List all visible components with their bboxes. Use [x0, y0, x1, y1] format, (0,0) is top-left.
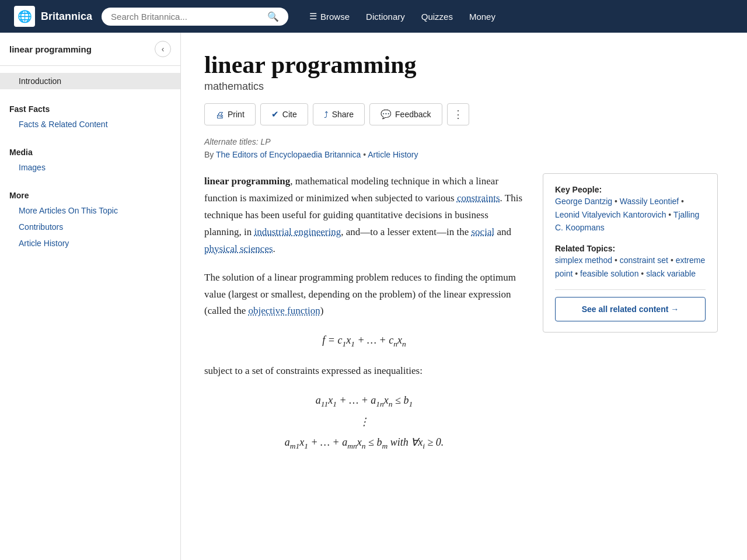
related-topics-section: Related Topics: simplex method • constra… [555, 243, 706, 280]
sidebar-item-facts-related[interactable]: Facts & Related Content [9, 116, 171, 132]
page-layout: linear programming ‹ Introduction Fast F… [0, 33, 747, 560]
search-button[interactable]: 🔍 [267, 11, 279, 22]
math-formula-1: f = c1x1 + … + cnxn [204, 331, 524, 351]
key-person-kantorovich[interactable]: Leonid Vitalyevich Kantorovich [555, 210, 666, 219]
related-topics-label: Related Topics: [555, 244, 615, 253]
topic-simplex[interactable]: simplex method [555, 256, 612, 265]
alternate-titles: Alternate titles: LP [204, 137, 718, 146]
sidebar-item-images[interactable]: Images [9, 159, 171, 176]
sidebar-fast-facts-section: Fast Facts Facts & Related Content [0, 92, 180, 135]
constraints-link[interactable]: constraints [457, 192, 500, 204]
sidebar-media-section: Media Images [0, 135, 180, 178]
feedback-button[interactable]: 💬 Feedback [369, 103, 442, 125]
sidebar-more-section: More More Articles On This Topic Contrib… [0, 178, 180, 254]
math-formula-2: a11x1 + … + a1nxn ≤ b1 ⋮ am1x1 + … + amn… [204, 391, 524, 453]
sidebar-item-contributors[interactable]: Contributors [9, 219, 171, 235]
article-metadata: Alternate titles: LP By The Editors of E… [204, 137, 718, 159]
share-button[interactable]: ⤴ Share [313, 103, 365, 125]
topic-slack[interactable]: slack variable [646, 269, 696, 278]
sidebar-item-introduction[interactable]: Introduction [0, 73, 180, 89]
print-button[interactable]: 🖨 Print [204, 103, 256, 125]
more-dots-icon: ⋮ [453, 108, 463, 121]
sidebar-media-heading: Media [9, 142, 171, 159]
sidebar-fast-facts-heading: Fast Facts [9, 99, 171, 116]
feedback-icon: 💬 [381, 109, 392, 120]
cite-button[interactable]: ✔ Cite [260, 103, 308, 125]
sidebar-title-bar: linear programming ‹ [0, 33, 180, 66]
sidebar-article-title: linear programming [9, 44, 92, 54]
topic-feasible[interactable]: feasible solution [580, 269, 638, 278]
nav-dictionary[interactable]: Dictionary [359, 7, 412, 26]
info-box-divider [555, 289, 706, 290]
nav-money[interactable]: Money [462, 7, 502, 26]
main-nav: ☰ Browse Dictionary Quizzes Money [302, 6, 502, 26]
share-icon: ⤴ [324, 110, 329, 120]
article-body: linear programming, mathematical modelin… [204, 173, 524, 464]
article-subtitle: mathematics [204, 80, 718, 93]
paragraph-1: linear programming, mathematical modelin… [204, 173, 524, 257]
info-box: Key People: George Dantzig • Wassily Leo… [543, 173, 718, 332]
topic-constraint[interactable]: constraint set [620, 256, 668, 265]
nav-quizzes[interactable]: Quizzes [414, 7, 460, 26]
search-bar[interactable]: 🔍 [102, 8, 288, 26]
logo-icon: 🌐 [14, 6, 35, 27]
action-buttons: 🖨 Print ✔ Cite ⤴ Share 💬 Feedback ⋮ [204, 103, 718, 125]
sidebar-item-more-articles[interactable]: More Articles On This Topic [9, 202, 171, 219]
objective-function-link[interactable]: objective function [249, 305, 320, 316]
sidebar: linear programming ‹ Introduction Fast F… [0, 33, 181, 560]
chevron-left-icon: ‹ [162, 44, 165, 54]
content-with-infobox: linear programming, mathematical modelin… [204, 173, 718, 464]
site-logo[interactable]: 🌐 Britannica [14, 6, 92, 27]
article-byline: By The Editors of Encyclopaedia Britanni… [204, 150, 718, 159]
hamburger-icon: ☰ [309, 11, 317, 22]
author-link[interactable]: The Editors of Encyclopaedia Britannica [216, 150, 361, 159]
paragraph-2: The solution of a linear programming pro… [204, 270, 524, 320]
sidebar-intro-section: Introduction [0, 66, 180, 92]
social-link[interactable]: social [472, 226, 495, 237]
article-title: linear programming [204, 51, 718, 78]
nav-browse[interactable]: ☰ Browse [302, 6, 357, 26]
cite-icon: ✔ [271, 109, 279, 120]
key-people-label: Key People: [555, 185, 602, 194]
sidebar-more-heading: More [9, 185, 171, 202]
key-people-section: Key People: George Dantzig • Wassily Leo… [555, 184, 706, 234]
bold-term: linear programming [204, 176, 290, 187]
physical-sciences-link[interactable]: physical sciences [204, 243, 273, 254]
sidebar-item-article-history[interactable]: Article History [9, 235, 171, 251]
print-icon: 🖨 [215, 110, 224, 120]
related-topics-content: simplex method • constraint set • extrem… [555, 254, 706, 280]
math-intro-text: subject to a set of constraints expresse… [204, 363, 524, 380]
main-content: linear programming mathematics 🖨 Print ✔… [181, 33, 741, 560]
key-people-content: George Dantzig • Wassily Leontief • Leon… [555, 195, 706, 234]
see-all-related-button[interactable]: See all related content → [555, 297, 706, 321]
article-history-link[interactable]: Article History [368, 150, 418, 159]
site-header: 🌐 Britannica 🔍 ☰ Browse Dictionary Quizz… [0, 0, 747, 33]
industrial-engineering-link[interactable]: industrial engineering [254, 226, 341, 237]
search-input[interactable] [111, 12, 263, 22]
key-person-dantzig[interactable]: George Dantzig [555, 197, 612, 206]
sidebar-collapse-button[interactable]: ‹ [155, 41, 171, 57]
logo-text: Britannica [41, 10, 92, 23]
key-person-leontief[interactable]: Wassily Leontief [620, 197, 679, 206]
more-options-button[interactable]: ⋮ [447, 103, 469, 125]
